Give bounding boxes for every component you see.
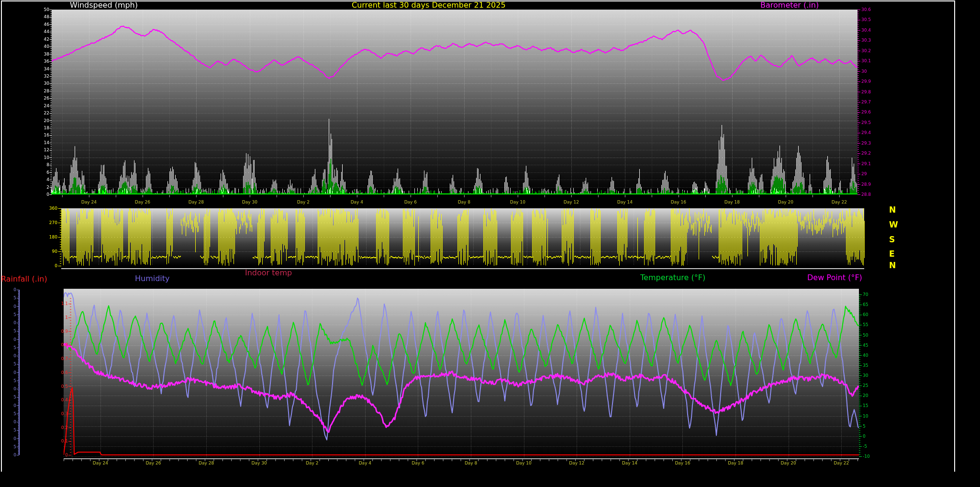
page-title-period: Current last 30 days December 21 2025: [352, 1, 506, 9]
compass-direction-labels: NWSEN: [889, 201, 903, 273]
weather-dashboard: Windspeed (mph) Current last 30 days Dec…: [0, 0, 980, 487]
label-dew-point: Dew Point (°F): [807, 273, 862, 282]
label-temperature: Temperature (°F): [640, 273, 705, 282]
compass-letter: S: [889, 235, 895, 244]
label-indoor-temp: Indoor temp: [245, 269, 292, 277]
label-humidity: Humidity: [135, 274, 170, 283]
compass-letter: N: [889, 260, 896, 270]
label-rainfall: Rainfall (.in): [1, 275, 47, 283]
page-title-barometer: Barometer (.in): [760, 1, 819, 9]
compass-letter: N: [889, 205, 896, 215]
compass-letter: E: [889, 249, 895, 259]
compass-letter: W: [889, 220, 898, 229]
page-title-windspeed: Windspeed (mph): [70, 1, 138, 9]
charts-canvas: [0, 0, 980, 487]
